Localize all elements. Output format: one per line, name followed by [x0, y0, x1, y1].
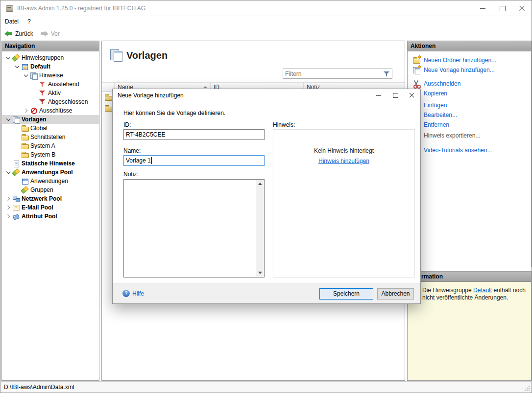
tree-item-attribut-pool[interactable]: Attribut Pool [2, 212, 99, 221]
filter-funnel-icon[interactable] [383, 70, 390, 78]
hinweise-icon [30, 71, 38, 79]
active-filter-icon [39, 89, 47, 97]
chevron-down-icon[interactable] [23, 72, 30, 79]
tree-item-abgeschlossen[interactable]: Abgeschlossen [2, 97, 99, 106]
chevron-right-icon[interactable] [5, 204, 12, 211]
network-icon [12, 195, 20, 203]
chevron-right-icon[interactable] [23, 107, 30, 115]
default-group-link[interactable]: Default [473, 287, 492, 294]
chevron-right-icon[interactable] [5, 213, 12, 220]
indent-spacer [31, 90, 39, 97]
tree-item-global[interactable]: Global [2, 124, 99, 133]
close-icon[interactable] [512, 0, 532, 16]
action-new-template[interactable]: Neue Vorlage hinzufügen... [408, 65, 531, 75]
add-hinweis-link[interactable]: Hinweis hinzufügen [318, 158, 369, 164]
tree-item-default[interactable]: Default [2, 62, 99, 71]
back-button[interactable]: Zurück [4, 30, 33, 37]
notiz-label: Notiz: [123, 171, 139, 178]
information-header: Information [408, 272, 531, 282]
tree-item-netzwerk-pool[interactable]: Netzwerk Pool [2, 194, 99, 203]
action-edit[interactable]: Bearbeiten... [408, 110, 531, 120]
tree-item-email-pool[interactable]: E-Mail Pool [2, 203, 99, 212]
dialog-description: Hier können Sie die Vorlage definieren. [123, 110, 225, 116]
tree-item-system-b[interactable]: System B [2, 150, 99, 159]
actions-panel: Aktionen Neuen Ordner hinzufügen... Neue… [407, 41, 532, 267]
chevron-right-icon[interactable] [5, 195, 12, 203]
tree-item-ausschluesse[interactable]: Ausschlüsse [2, 106, 99, 115]
vorlagen-icon [12, 116, 20, 123]
information-panel: Information Die Hinweisgruppe Default en… [407, 271, 532, 381]
folder-icon [21, 142, 29, 150]
tree-item-hinweisgruppen[interactable]: Hinweisgruppen [2, 53, 99, 62]
vorlagen-page-icon [109, 48, 123, 62]
action-cut[interactable]: Ausschneiden [408, 79, 531, 89]
chevron-down-icon[interactable] [5, 169, 12, 176]
hinweis-preview-panel: Kein Hinweis hinterlegt Hinweis hinzufüg… [273, 129, 415, 277]
indent-spacer [31, 98, 39, 106]
resize-grip[interactable] [529, 390, 530, 391]
data-file-path: D:\IBI-aws\Admin\Data.xml [4, 384, 74, 391]
save-button[interactable]: Speichern [319, 288, 373, 300]
forward-arrow-icon [40, 30, 48, 37]
indent-spacer [14, 186, 21, 194]
new-template-dialog: Neue Vorlage hinzufügen Hier können Sie … [112, 89, 421, 304]
back-arrow-icon [4, 30, 13, 37]
new-folder-icon [412, 56, 420, 64]
document-icon [12, 160, 20, 167]
id-field[interactable] [123, 129, 265, 140]
name-field[interactable]: Vorlage 1 [123, 155, 265, 166]
toolbar: Zurück Vor [0, 27, 532, 40]
tree-item-vorlagen[interactable]: Vorlagen [2, 115, 99, 124]
filter-input[interactable] [283, 69, 383, 78]
menu-datei[interactable]: Datei [0, 16, 23, 27]
menu-help[interactable]: ? [23, 16, 35, 27]
done-filter-icon [39, 98, 47, 106]
application-icon [21, 177, 29, 185]
hinweis-label: Hinweis: [273, 121, 295, 128]
tree-item-anwendungs-pool[interactable]: Anwendungs Pool [2, 168, 99, 177]
action-remove[interactable]: Entfernen [408, 120, 531, 130]
notiz-textarea[interactable] [123, 179, 265, 277]
information-text: Die Hinweisgruppe Default enthält noch n… [408, 282, 531, 301]
action-copy[interactable]: Kopieren [408, 89, 531, 98]
dialog-footer: Hilfe Speichern Abbrechen [113, 283, 420, 303]
cancel-button[interactable]: Abbrechen [377, 288, 414, 300]
forward-button[interactable]: Vor [40, 30, 60, 37]
dialog-close-icon[interactable] [404, 89, 420, 102]
chevron-down-icon[interactable] [14, 63, 21, 70]
name-label: Name: [123, 147, 141, 154]
hinweisgruppe-icon [21, 63, 29, 70]
indent-spacer [5, 160, 12, 167]
panel-splitter-grip[interactable] [407, 267, 532, 271]
tree-item-gruppen[interactable]: Gruppen [2, 185, 99, 194]
tree-item-schnittstellen[interactable]: Schnittstellen [2, 133, 99, 141]
app-icon [5, 4, 13, 12]
folder-icon [21, 124, 29, 132]
tree-item-aktiv[interactable]: Aktiv [2, 89, 99, 97]
dialog-minimize-icon[interactable] [370, 89, 387, 102]
indent-spacer [14, 142, 21, 150]
right-column: Aktionen Neuen Ordner hinzufügen... Neue… [407, 41, 532, 381]
minimize-icon[interactable] [473, 0, 492, 16]
tree-item-statische-hinweise[interactable]: Statische Hinweise [2, 159, 99, 168]
maximize-icon[interactable] [492, 0, 512, 16]
help-link[interactable]: Hilfe [122, 290, 144, 297]
dialog-maximize-icon[interactable] [387, 89, 404, 102]
tree-item-hinweise[interactable]: Hinweise [2, 71, 99, 80]
scrollbar[interactable] [256, 180, 264, 277]
action-new-folder[interactable]: Neuen Ordner hinzufügen... [408, 55, 531, 65]
navigation-tree: Hinweisgruppen Default Hinweise Ausstehe… [2, 51, 99, 221]
indent-spacer [14, 134, 21, 141]
tree-item-system-a[interactable]: System A [2, 141, 99, 150]
prohibition-icon [30, 107, 38, 115]
action-export-hinweis[interactable]: Hinweis exportieren... [408, 131, 531, 140]
indent-spacer [14, 125, 21, 132]
chevron-down-icon[interactable] [5, 116, 12, 123]
tree-item-ausstehend[interactable]: Ausstehend [2, 80, 99, 89]
action-video-tutorials[interactable]: Video-Tutorials ansehen... [408, 145, 531, 155]
new-template-icon [412, 66, 420, 74]
tree-item-anwendungen[interactable]: Anwendungen [2, 177, 99, 185]
chevron-down-icon[interactable] [5, 54, 12, 62]
action-paste[interactable]: Einfügen [408, 100, 531, 110]
indent-spacer [31, 81, 39, 88]
